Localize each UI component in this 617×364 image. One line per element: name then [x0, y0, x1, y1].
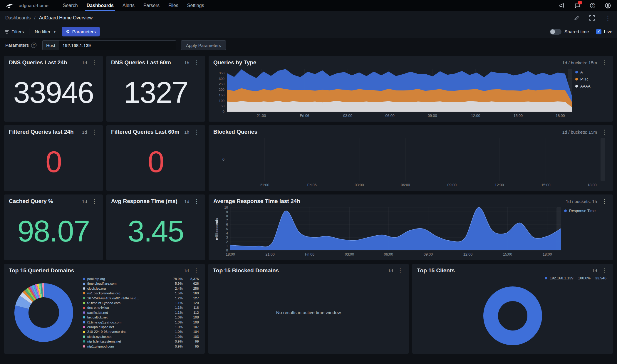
legend-dot	[83, 307, 85, 309]
live-checkbox[interactable]: ✓	[596, 29, 601, 34]
legend-item[interactable]: Response Time	[564, 209, 608, 213]
svg-text:Fri 06: Fri 06	[300, 114, 309, 118]
repository-name[interactable]: adguard-home	[19, 3, 48, 8]
domain-count: 116	[185, 306, 199, 310]
nav-item-dashboards[interactable]: Dashboards	[82, 0, 118, 11]
legend-row[interactable]: ns1.backplanedns.org1.5%160	[83, 291, 199, 295]
user-avatar-icon[interactable]	[605, 2, 611, 9]
toolbar-divider	[29, 28, 29, 35]
avg-response-time-chart[interactable]: 18:0021:00Fri 0603:0006:0009:0012:0015:0…	[213, 204, 564, 258]
dashboard-kebab-menu[interactable]: ⋮	[604, 15, 612, 21]
svg-text:2: 2	[226, 240, 228, 244]
queried-domains-donut-chart[interactable]	[9, 282, 79, 343]
domain-percent: 1.0%	[169, 320, 183, 324]
panel-kebab-menu[interactable]: ⋮	[192, 268, 200, 274]
queries-by-type-chart[interactable]: 21:00Fri 0603:0006:0009:0012:0015:0018:0…	[213, 66, 575, 119]
time-badge: 1d / buckets: 1h	[566, 199, 597, 204]
panel-title: Top 15 Queried Domains	[9, 267, 180, 274]
blocked-queries-chart[interactable]: 21:00Fri 0603:0006:0009:0012:0015:0018:0…	[213, 135, 608, 189]
svg-text:1: 1	[226, 244, 228, 248]
filter-select[interactable]: No filter ▼	[35, 29, 56, 34]
legend-item[interactable]: PTR	[575, 77, 608, 81]
nav-item-settings[interactable]: Settings	[183, 0, 209, 11]
fullscreen-icon[interactable]	[589, 15, 595, 21]
legend-row[interactable]: pool.ntp.org78.9%8,376	[83, 277, 199, 281]
domain-name: clock.isc.org	[87, 286, 167, 291]
panel-kebab-menu[interactable]: ⋮	[601, 268, 608, 274]
breadcrumb-dashboards[interactable]: Dashboards	[5, 15, 31, 21]
legend-row[interactable]: 192.168.1.139	[545, 276, 573, 280]
svg-text:0: 0	[223, 110, 224, 113]
falcon-logo-icon[interactable]	[6, 2, 15, 9]
nav-item-parsers[interactable]: Parsers	[139, 0, 164, 11]
clients-donut-chart[interactable]	[417, 280, 608, 351]
legend-dot	[83, 302, 85, 304]
panel-kebab-menu[interactable]: ⋮	[193, 60, 200, 66]
domain-count: 95	[185, 344, 199, 348]
panel-kebab-menu[interactable]: ⋮	[90, 129, 98, 135]
info-icon[interactable]: ?	[31, 43, 36, 48]
panel-kebab-menu[interactable]: ⋮	[193, 198, 200, 204]
parameters-button[interactable]: ⚙ Parameters	[62, 27, 100, 36]
legend-dot	[575, 71, 578, 73]
domain-count: 107	[185, 325, 199, 329]
domain-percent: 2.4%	[169, 286, 183, 291]
legend-row[interactable]: clock.isc.org2.4%256	[83, 286, 199, 291]
svg-text:350: 350	[219, 71, 224, 75]
panel-kebab-menu[interactable]: ⋮	[601, 198, 608, 204]
svg-text:6: 6	[226, 223, 228, 226]
domain-count: 103	[185, 335, 199, 339]
parameters-label: Parameters	[5, 43, 29, 48]
panel-kebab-menu[interactable]: ⋮	[193, 129, 200, 135]
panel-kebab-menu[interactable]: ⋮	[90, 198, 98, 204]
legend-row[interactable]: 167-248-49-102.oa02.lnk04.ne.d...1.2%127	[83, 296, 199, 300]
panel-kebab-menu[interactable]: ⋮	[90, 60, 98, 66]
legend-dot	[83, 283, 85, 285]
svg-text:3: 3	[226, 236, 228, 239]
panel-avg-response-time: Avg Response Time (ms) 1d ⋮ 3.45	[106, 194, 205, 260]
panel-kebab-menu[interactable]: ⋮	[601, 60, 608, 66]
chart-legend: APTRAAAA	[575, 66, 608, 119]
dashboard-toolbar: Filters No filter ▼ ⚙ Parameters Shared …	[0, 25, 617, 38]
legend-row[interactable]: t1.time.gq1.yahoo.com1.0%108	[83, 320, 199, 324]
domain-count: 160	[185, 291, 199, 295]
apply-parameters-button[interactable]: Apply Parameters	[181, 40, 226, 50]
filters-button[interactable]: Filters	[5, 29, 24, 34]
legend-row[interactable]: dns-e.ns4v.icu1.1%116	[83, 306, 199, 310]
nav-item-alerts[interactable]: Alerts	[118, 0, 139, 11]
legend-row[interactable]: lax.caltick.net1.0%108	[83, 315, 199, 319]
legend-row[interactable]: europa.ellipse.net1.0%107	[83, 325, 199, 329]
shared-time-toggle[interactable]	[550, 29, 561, 35]
legend-row[interactable]: time.cloudflare.com5.9%626	[83, 281, 199, 286]
legend-dot	[575, 85, 578, 88]
svg-text:03:00: 03:00	[355, 183, 364, 187]
svg-text:12:00: 12:00	[471, 114, 480, 118]
announcements-icon[interactable]	[559, 2, 565, 9]
host-input[interactable]	[59, 40, 176, 50]
domain-percent: 1.1%	[169, 311, 183, 315]
panel-kebab-menu[interactable]: ⋮	[601, 129, 608, 135]
legend-item[interactable]: AAAA	[575, 84, 608, 88]
stat-value: 0	[9, 135, 98, 189]
panel-filtered-queries-24h: Filtered Queries last 24h 1d ⋮ 0	[4, 125, 103, 191]
domain-name: clock.nyc.he.net	[87, 335, 167, 339]
legend-row[interactable]: ntp-b.lentzsystems.net0.9%99	[83, 339, 199, 343]
live-label: Live	[604, 29, 612, 34]
svg-text:300: 300	[219, 77, 224, 80]
nav-item-files[interactable]: Files	[164, 0, 183, 11]
panel-kebab-menu[interactable]: ⋮	[396, 268, 404, 274]
legend-dot	[83, 321, 85, 323]
legend-row[interactable]: t2.time.bf1.yahoo.com1.1%120	[83, 301, 199, 305]
legend-row[interactable]: clock.nyc.he.net1.0%103	[83, 335, 199, 339]
nav-item-search[interactable]: Search	[58, 0, 82, 11]
help-icon[interactable]: ?	[589, 2, 596, 9]
chat-icon[interactable]	[574, 2, 581, 9]
legend-dot	[83, 297, 85, 299]
stat-value: 0	[111, 135, 200, 189]
domain-count: 104	[185, 330, 199, 334]
legend-row[interactable]: ntp1.glypnod.com0.9%95	[83, 344, 199, 348]
edit-pencil-icon[interactable]	[574, 15, 580, 21]
legend-row[interactable]: pacific.latt.net1.1%112	[83, 311, 199, 315]
legend-item[interactable]: A	[575, 70, 608, 74]
legend-row[interactable]: 210-224-9-96.reverse-dns1.0%104	[83, 330, 199, 334]
